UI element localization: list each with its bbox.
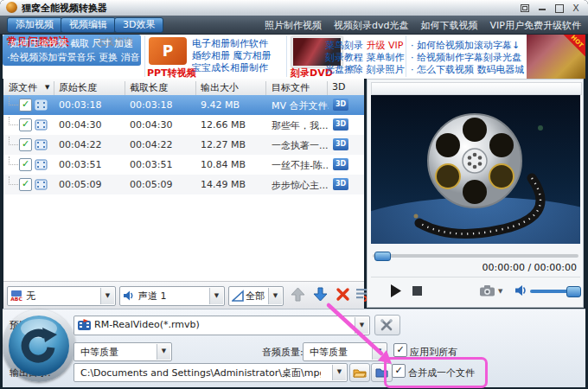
preset-combo[interactable]: RM-RealVideo(*.rmvb) ▼ [74, 316, 370, 335]
snapshot-camera-icon[interactable] [480, 285, 495, 297]
source-filter-dropdown-icon[interactable]: ▼ [45, 84, 49, 91]
stop-icon[interactable] [412, 286, 422, 296]
video-quality-combo[interactable]: 中等质量 ▼ [74, 342, 172, 361]
snapshot-dropdown-icon[interactable]: ▼ [498, 288, 502, 295]
folder-open-icon [353, 367, 367, 378]
cell-target-file: MV 合并文件.... [272, 99, 329, 112]
open-folder-button[interactable] [349, 363, 370, 382]
audio-track-combo[interactable]: 声道 1 ▼ [119, 286, 225, 306]
filter-combo[interactable]: 全部 ▼ [228, 286, 284, 306]
table-row[interactable]: ✓ 00:04:30 00:04:30 12.66 MB 那些年，我... 3D [3, 115, 364, 135]
wrench-icon [380, 319, 394, 331]
cell-original-length: 00:04:30 [59, 119, 101, 131]
table-row[interactable]: ✓ 00:05:09 00:05:09 14.49 MB 步步惊心主... 3D [3, 175, 364, 194]
preset-settings-button[interactable] [374, 315, 400, 335]
play-icon[interactable] [390, 284, 401, 297]
chevron-down-icon[interactable]: ▼ [100, 288, 114, 304]
upgrade-vip-link[interactable]: 升级 VIP [367, 40, 404, 51]
chevron-down-icon[interactable]: ▼ [268, 288, 282, 304]
angle-tool-icon [232, 290, 244, 302]
list-footer-toolbar: ABC 无 ▼ 声道 1 ▼ 全部 ▼ [3, 281, 364, 309]
subtitle-icon: ABC [10, 290, 22, 302]
edit-video-button[interactable]: 视频编辑 [61, 17, 116, 33]
film-clip-icon [35, 159, 48, 170]
row-checkbox[interactable]: ✓ [19, 158, 32, 171]
ppt-to-video-link[interactable]: PPT转视频 [147, 67, 196, 80]
cell-original-length: 00:03:51 [59, 159, 101, 170]
volume-handle[interactable] [566, 286, 581, 297]
table-row[interactable]: ✓ 00:04:22 00:04:22 12.27 MB 一念执著一... 3D [3, 135, 364, 155]
move-up-icon[interactable] [291, 287, 305, 302]
audio-track-value: 声道 1 [138, 290, 167, 303]
faq-link-1[interactable]: ·如何压缩视频 截取 尺寸 加速 [7, 37, 133, 50]
album-software-link[interactable]: 电子相册制作软件 [192, 37, 268, 50]
link-burn-dvd[interactable]: 视频刻录dvd光盘 [334, 19, 408, 32]
chevron-down-icon[interactable]: ▼ [157, 344, 170, 360]
row-checkbox[interactable]: ✓ [19, 178, 32, 191]
badge-3d-disabled-icon[interactable]: 3D [333, 158, 348, 170]
chevron-down-icon[interactable]: ▼ [209, 288, 223, 304]
playback-time: 00:00:00 / 00:00:00 [368, 262, 577, 273]
volume-icon[interactable] [515, 284, 528, 297]
close-button[interactable]: X [570, 3, 582, 13]
col-trim-length: 截取长度 [130, 81, 168, 94]
banner-divider [144, 35, 145, 77]
video-quality-value: 中等质量 [80, 346, 118, 359]
cell-target-file: 步步惊心主... [272, 179, 329, 192]
scroll-subtitle-link[interactable]: · 如何给视频加滚动字幕↓ [411, 39, 520, 52]
video-display[interactable] [371, 95, 580, 244]
merge-checkbox[interactable]: ✓ [392, 364, 406, 378]
burn-tutorial-link[interactable]: 刻录教程 菜单制作 [325, 51, 405, 64]
chevron-down-icon[interactable]: ▼ [355, 317, 368, 334]
faq-link-box: ·如何压缩视频 截取 尺寸 加速 ·给视频添加背景音乐 更换 消音 [3, 35, 141, 66]
cell-trim-length: 00:04:30 [130, 119, 172, 131]
window-menu-icon[interactable] [519, 3, 531, 13]
how-download-link[interactable]: · 怎么下载视频 数码电器城 [411, 63, 525, 76]
seek-bar[interactable] [373, 254, 578, 258]
audio-quality-combo[interactable]: 中等质量 ▼ [303, 342, 387, 361]
cell-trim-length: 00:05:09 [130, 179, 172, 190]
cell-target-file: 那些年，我... [272, 119, 329, 132]
badge-3d-disabled-icon[interactable]: 3D [333, 118, 348, 131]
faq-link-2[interactable]: ·给视频添加背景音乐 更换 消音 [7, 51, 140, 64]
chevron-down-icon[interactable]: ▼ [372, 344, 386, 360]
add-video-button[interactable]: 添加视频 [7, 17, 62, 33]
browse-folder-button[interactable] [371, 363, 393, 382]
link-download-video[interactable]: 如何下载视频 [421, 19, 478, 32]
cell-original-length: 00:05:09 [59, 179, 101, 190]
disc-erase-link[interactable]: 光盘擦除 刻录照片 [325, 63, 405, 76]
preview-panel: 00:00:00 / 00:00:00 ▼ [367, 79, 584, 308]
cell-output-size: 10.84 MB [201, 159, 246, 170]
subtitle-burn-link[interactable]: · 给视频制作字幕刻录光盘 [411, 51, 521, 64]
apply-all-checkbox[interactable]: ✓ [393, 343, 407, 357]
link-photo-to-video[interactable]: 照片制作视频 [265, 19, 322, 32]
cell-target-file: 一丝不挂-陈... [272, 159, 329, 172]
remove-icon[interactable] [336, 287, 350, 302]
subtitle-combo[interactable]: ABC 无 ▼ [7, 286, 116, 306]
move-down-icon[interactable] [313, 287, 328, 302]
app-window: 狸窝全能视频转换器 X 添加视频 视频编辑 3D效果 照片制作视频 视频刻录dv… [0, 0, 588, 389]
film-clip-icon [35, 139, 48, 150]
row-checkbox[interactable]: ✓ [19, 118, 32, 131]
baby-album-link[interactable]: 宝宝成长相册制作 [192, 61, 268, 74]
ppt-to-video-icon[interactable]: P [149, 37, 187, 65]
chevron-down-icon[interactable]: ▼ [332, 365, 346, 380]
output-dir-value: C:\Documents and Settings\Administrator\… [80, 367, 321, 379]
badge-3d-disabled-icon[interactable]: 3D [333, 99, 348, 111]
minimize-button[interactable] [536, 3, 548, 13]
wedding-album-link[interactable]: 婚纱相册 魔方相册 [192, 49, 272, 62]
seek-handle[interactable] [374, 252, 391, 261]
newbie-burn-link[interactable]: 菜鸟刻录 升级 VIP [325, 39, 403, 52]
merge-label: 合并成一个文件 [408, 367, 475, 379]
row-checkbox[interactable]: ✓ [19, 99, 32, 112]
table-row[interactable]: ✓ 00:03:51 00:03:51 10.84 MB 一丝不挂-陈... 3… [3, 155, 364, 175]
maximize-button[interactable] [553, 3, 566, 13]
row-checkbox[interactable]: ✓ [19, 138, 32, 151]
link-vip-upgrade[interactable]: VIP用户免费升级软件 [490, 19, 581, 32]
promo-ad-image[interactable]: HOT [527, 35, 585, 79]
badge-3d-disabled-icon[interactable]: 3D [333, 138, 348, 150]
effect-3d-button[interactable]: 3D效果 [114, 17, 163, 33]
output-dir-combo[interactable]: C:\Documents and Settings\Administrator\… [74, 363, 348, 382]
table-row[interactable]: ✓ 00:03:18 00:03:18 9.42 MB MV 合并文件.... … [3, 95, 364, 115]
badge-3d-disabled-icon[interactable]: 3D [333, 178, 348, 190]
